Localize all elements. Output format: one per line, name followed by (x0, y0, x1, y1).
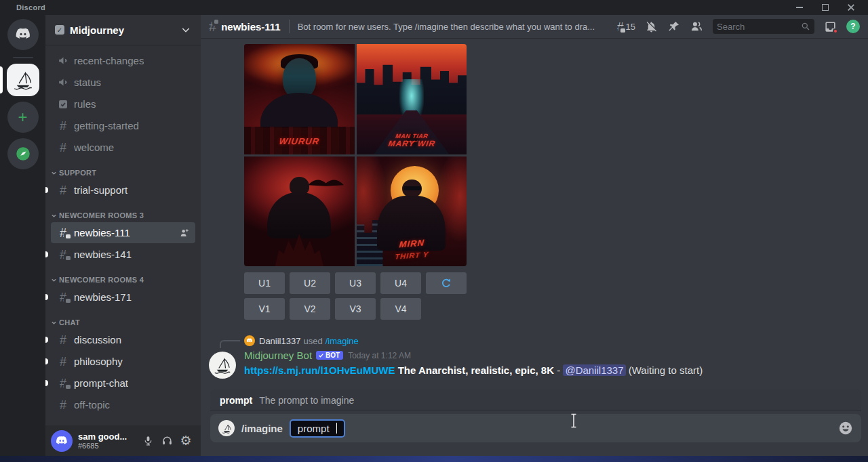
prompt-option-value: prompt (298, 423, 330, 434)
verified-badge-icon: ✓ (55, 25, 64, 35)
compass-icon (14, 145, 32, 163)
refresh-icon (440, 277, 452, 289)
explore-servers-button[interactable] (7, 138, 39, 169)
job-status-text: (Waiting to start) (629, 364, 703, 376)
inbox-button[interactable] (824, 20, 837, 33)
active-server-pill (0, 66, 3, 93)
sidebar-item-off-topic[interactable]: # off-topic (51, 394, 195, 415)
user-settings-button[interactable]: ⚙ (176, 432, 195, 450)
slash-command-option-row[interactable]: prompt The prompt to imagine (210, 390, 861, 411)
sidebar-item-philosophy[interactable]: # philosophy (51, 351, 195, 372)
maximize-button[interactable] (815, 1, 835, 14)
window-titlebar: Discord (0, 0, 868, 15)
generated-image-quadrant-2[interactable]: MAN TIAR MARY WIR (357, 44, 467, 154)
close-button[interactable] (841, 1, 861, 14)
channel-name: recent-changes (74, 55, 144, 66)
upscale-button-row: U1 U2 U3 U4 (244, 272, 857, 294)
channel-name: prompt-chat (74, 377, 128, 389)
upscale-u4-button[interactable]: U4 (380, 272, 421, 294)
generated-image-quadrant-1[interactable]: WIURUR (244, 44, 355, 154)
sidebar-item-newbies-141[interactable]: # newbies-141 (51, 244, 195, 265)
user-panel: sam good... #6685 ⚙ (45, 425, 201, 456)
poster-car-silhouette (406, 133, 417, 142)
poster-figure-jacket (377, 196, 446, 251)
section-chevron-icon (51, 170, 57, 176)
threads-button[interactable]: # 15 (617, 21, 635, 33)
sidebar-item-newbies-171[interactable]: # newbies-171 (51, 287, 195, 308)
prompt-option-field[interactable]: prompt (290, 419, 345, 438)
poster-road (374, 110, 450, 154)
minimize-button[interactable] (789, 1, 810, 14)
section-support[interactable]: SUPPORT (51, 166, 195, 180)
section-chat[interactable]: CHAT (51, 316, 195, 329)
channel-topic[interactable]: Bot room for new users. Type /imagine th… (298, 22, 609, 32)
poster-city-silhouette (244, 127, 355, 154)
add-server-button[interactable]: + (7, 102, 39, 133)
pinned-messages-button[interactable] (667, 20, 680, 33)
sidebar-item-status[interactable]: status (51, 72, 195, 93)
plus-icon: + (18, 109, 27, 125)
maximize-icon (822, 4, 829, 11)
sidebar-item-prompt-chat[interactable]: # prompt-chat (51, 373, 195, 394)
sailboat-icon (212, 355, 233, 375)
section-newcomer-rooms-3[interactable]: NEWCOMER ROOMS 3 (51, 209, 195, 222)
generated-image-quadrant-3[interactable] (244, 156, 355, 267)
reply-author-name[interactable]: Daniil1337 (259, 336, 300, 346)
sidebar-item-trial-support[interactable]: # trial-support (51, 180, 195, 201)
generated-image-quadrant-4[interactable]: MIRN THIRT Y (357, 156, 467, 267)
section-label: SUPPORT (59, 169, 96, 177)
section-label: NEWCOMER ROOMS 3 (59, 211, 144, 219)
user-discriminator: #6685 (78, 442, 138, 450)
deafen-button[interactable] (157, 432, 176, 450)
reply-author-avatar[interactable] (244, 335, 255, 346)
sidebar-item-newbies-111[interactable]: # newbies-111 (51, 222, 195, 243)
message-input-bar[interactable]: /imagine prompt (210, 414, 861, 442)
reply-command-link[interactable]: /imagine (326, 336, 359, 346)
search-input[interactable] (717, 22, 801, 32)
variation-v4-button[interactable]: V4 (380, 298, 421, 320)
discord-logo-icon (14, 26, 32, 43)
sidebar-item-recent-changes[interactable]: recent-changes (51, 50, 195, 71)
sidebar-item-welcome[interactable]: # welcome (51, 137, 195, 158)
bot-badge: BOT (316, 351, 343, 360)
variation-v2-button[interactable]: V2 (290, 298, 330, 320)
section-newcomer-rooms-4[interactable]: NEWCOMER ROOMS 4 (51, 273, 195, 287)
discord-home-button[interactable] (7, 19, 39, 50)
upscale-u3-button[interactable]: U3 (335, 272, 376, 294)
emoji-picker-button[interactable] (838, 421, 853, 436)
username: sam good... (78, 432, 138, 442)
midjourney-image-grid[interactable]: WIURUR MAN TIAR MARY WIR (244, 44, 467, 266)
create-invite-icon[interactable] (179, 228, 190, 238)
mute-microphone-button[interactable] (138, 432, 157, 450)
channel-list: recent-changes status rules # getting-st… (45, 45, 201, 425)
member-list-button[interactable] (690, 20, 703, 33)
sailboat-icon (12, 68, 35, 91)
command-bot-avatar (218, 420, 235, 436)
help-button[interactable]: ? (846, 20, 860, 33)
midjourney-bot-avatar[interactable] (209, 352, 236, 379)
upscale-u1-button[interactable]: U1 (244, 272, 285, 294)
upscale-u2-button[interactable]: U2 (290, 272, 330, 294)
sidebar-item-rules[interactable]: rules (51, 93, 195, 114)
sidebar-item-discussion[interactable]: # discussion (51, 329, 195, 350)
poster-figure-torso (260, 93, 338, 128)
notification-settings-button[interactable] (645, 20, 658, 33)
section-label: NEWCOMER ROOMS 4 (59, 276, 144, 284)
server-header[interactable]: ✓ Midjourney (45, 15, 201, 45)
command-reply-context[interactable]: Daniil1337 used /imagine (244, 335, 857, 347)
reroll-button[interactable] (426, 272, 467, 294)
user-mention[interactable]: @Daniil1337 (563, 364, 625, 376)
user-avatar[interactable] (51, 430, 73, 452)
search-bar[interactable] (713, 19, 814, 34)
taskbar-edge-strip (0, 456, 868, 462)
job-link[interactable]: https://s.mj.run/l1OHvEuMUWE (244, 364, 395, 376)
sidebar-item-getting-started[interactable]: # getting-started (51, 115, 195, 136)
bot-author-name[interactable]: Midjourney Bot (244, 350, 312, 361)
channel-hash-icon: # (209, 20, 216, 33)
variation-v1-button[interactable]: V1 (244, 298, 285, 320)
chevron-down-icon (180, 24, 191, 35)
server-icon-midjourney[interactable] (7, 64, 39, 96)
message-timestamp: Today at 1:12 AM (348, 351, 411, 360)
variation-v3-button[interactable]: V3 (335, 298, 376, 320)
chat-panel: # newbies-111 Bot room for new users. Ty… (201, 15, 868, 456)
